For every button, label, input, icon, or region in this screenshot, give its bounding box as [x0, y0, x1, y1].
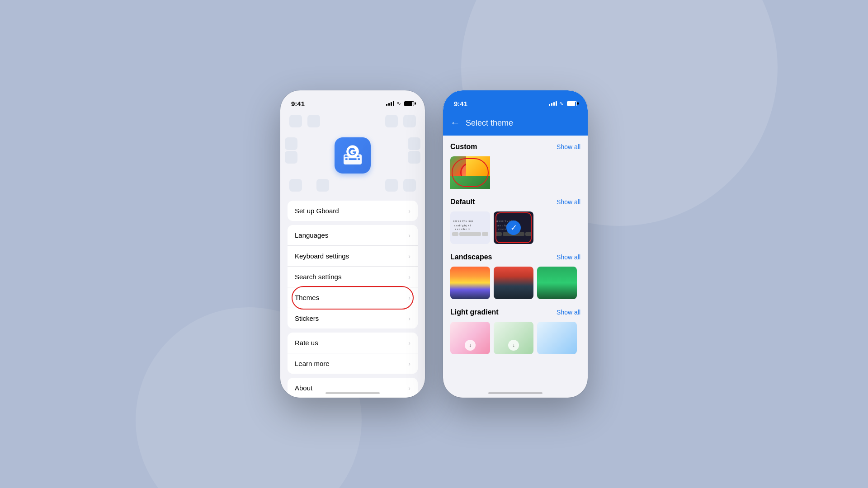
phone1-content: Set up Gboard › Languages › Keyboard set…	[280, 110, 425, 398]
mini-icon-5	[285, 137, 297, 150]
mini-icon-1	[289, 115, 302, 127]
download-overlay-2: ↓	[508, 340, 519, 351]
phone1-battery-icon	[404, 101, 414, 106]
settings-item-keyboard[interactable]: Keyboard settings ›	[288, 246, 418, 267]
setup-chevron: ›	[408, 207, 410, 215]
custom-section-header: Custom Show all	[450, 143, 580, 151]
settings-list: Set up Gboard › Languages › Keyboard set…	[280, 201, 425, 398]
phone2-status-bar: 9:41 ∿	[443, 90, 588, 110]
light-gradient-header: Light gradient Show all	[450, 308, 580, 316]
phone2-time: 9:41	[454, 100, 467, 108]
about-label: About	[295, 384, 312, 392]
light-gradient-thumb-3[interactable]	[537, 322, 577, 354]
custom-section: Custom Show all +	[450, 143, 580, 189]
landscapes-title: Landscapes	[450, 253, 492, 261]
settings-item-stickers[interactable]: Stickers ›	[288, 308, 418, 328]
default-section-title: Default	[450, 198, 475, 206]
default-section-header: Default Show all	[450, 198, 580, 206]
download-overlay-1: ↓	[465, 340, 476, 351]
phone2-status-icons: ∿	[549, 100, 577, 107]
selected-check: ✓	[506, 221, 521, 235]
mini-icon-10	[316, 179, 329, 192]
light-gradient-thumb-1[interactable]: ↓	[450, 322, 490, 354]
mini-icon-12	[385, 179, 398, 192]
light-gradient-show-all[interactable]: Show all	[557, 309, 580, 316]
settings-section-3: Rate us › Learn more ›	[288, 333, 418, 374]
google-g-logo	[341, 144, 364, 167]
settings-item-rateus[interactable]: Rate us ›	[288, 333, 418, 353]
default-light-thumb[interactable]: q w e r t y u i o p a s d f g h j k l z …	[450, 211, 490, 244]
phone2-signal-icon	[549, 101, 557, 106]
settings-item-themes[interactable]: Themes ›	[288, 287, 418, 308]
phone1-status-bar: 9:41 ∿	[280, 90, 425, 110]
default-dark-thumb[interactable]: q w e r t y u i o p a s d f g h j k l z …	[494, 211, 533, 244]
landscapes-show-all[interactable]: Show all	[557, 253, 580, 261]
default-grid: q w e r t y u i o p a s d f g h j k l z …	[450, 211, 580, 244]
settings-section-4: About ›	[288, 378, 418, 398]
phone1-status-icons: ∿	[386, 100, 414, 107]
languages-chevron: ›	[408, 232, 410, 239]
settings-item-search[interactable]: Search settings ›	[288, 267, 418, 287]
landscapes-section-header: Landscapes Show all	[450, 253, 580, 261]
mini-icon-8	[408, 151, 420, 164]
light-gradient-grid: ↓ ↓	[450, 322, 580, 354]
mini-icon-11	[403, 179, 416, 192]
landscape-thumb-3[interactable]	[537, 267, 577, 299]
phone2-battery-icon	[567, 101, 577, 106]
theme-content[interactable]: Custom Show all +	[443, 136, 588, 398]
landscape-thumb-2[interactable]	[494, 267, 533, 299]
gboard-app-icon	[335, 137, 371, 174]
theme-header: ← Select theme	[443, 110, 588, 136]
checkmark-icon: ✓	[510, 223, 517, 233]
svg-rect-7	[358, 158, 360, 160]
keyboard-label: Keyboard settings	[295, 252, 349, 260]
learnmore-label: Learn more	[295, 360, 330, 367]
svg-rect-5	[345, 158, 348, 160]
light-gradient-thumb-2[interactable]: ↓	[494, 322, 533, 354]
custom-grid: +	[450, 156, 580, 189]
theme-header-title: Select theme	[466, 118, 513, 128]
custom-section-title: Custom	[450, 143, 477, 151]
mini-icon-3	[403, 115, 416, 127]
default-section: Default Show all q w e r t y u i o p a s…	[450, 198, 580, 244]
phone1-home-indicator	[326, 392, 380, 394]
settings-item-about[interactable]: About ›	[288, 378, 418, 398]
mini-icon-9	[289, 179, 302, 192]
mini-icon-7	[408, 137, 420, 150]
learnmore-chevron: ›	[408, 360, 410, 367]
rateus-chevron: ›	[408, 339, 410, 347]
settings-item-setup[interactable]: Set up Gboard ›	[288, 201, 418, 221]
custom-add-thumb[interactable]: +	[450, 156, 490, 189]
rateus-label: Rate us	[295, 339, 318, 347]
svg-rect-6	[349, 158, 357, 160]
mini-icon-4	[385, 115, 398, 127]
custom-show-all[interactable]: Show all	[557, 143, 580, 150]
phone1-signal-icon	[386, 101, 394, 106]
settings-item-languages[interactable]: Languages ›	[288, 225, 418, 246]
download-icon-2: ↓	[512, 342, 515, 348]
back-button[interactable]: ←	[450, 117, 460, 129]
phone1-wifi-icon: ∿	[396, 100, 401, 107]
settings-section-1: Set up Gboard ›	[288, 201, 418, 221]
search-chevron: ›	[408, 273, 410, 281]
phones-container: 9:41 ∿	[280, 90, 588, 398]
svg-rect-1	[345, 155, 348, 157]
mini-icon-6	[285, 151, 297, 164]
download-icon-1: ↓	[469, 342, 472, 348]
phone2-home-indicator	[488, 392, 542, 394]
app-icons-area	[280, 110, 425, 201]
stickers-chevron: ›	[408, 315, 410, 322]
light-gradient-title: Light gradient	[450, 308, 499, 316]
default-show-all[interactable]: Show all	[557, 198, 580, 206]
settings-item-learnmore[interactable]: Learn more ›	[288, 353, 418, 374]
phone2-wifi-icon: ∿	[559, 100, 564, 107]
phone1: 9:41 ∿	[280, 90, 425, 398]
setup-label: Set up Gboard	[295, 207, 339, 215]
keyboard-chevron: ›	[408, 253, 410, 260]
landscape-thumb-1[interactable]	[450, 267, 490, 299]
about-chevron: ›	[408, 385, 410, 392]
light-gradient-section: Light gradient Show all ↓ ↓	[450, 308, 580, 354]
landscapes-grid	[450, 267, 580, 299]
stickers-label: Stickers	[295, 314, 319, 322]
settings-section-2: Languages › Keyboard settings › Search s…	[288, 225, 418, 328]
